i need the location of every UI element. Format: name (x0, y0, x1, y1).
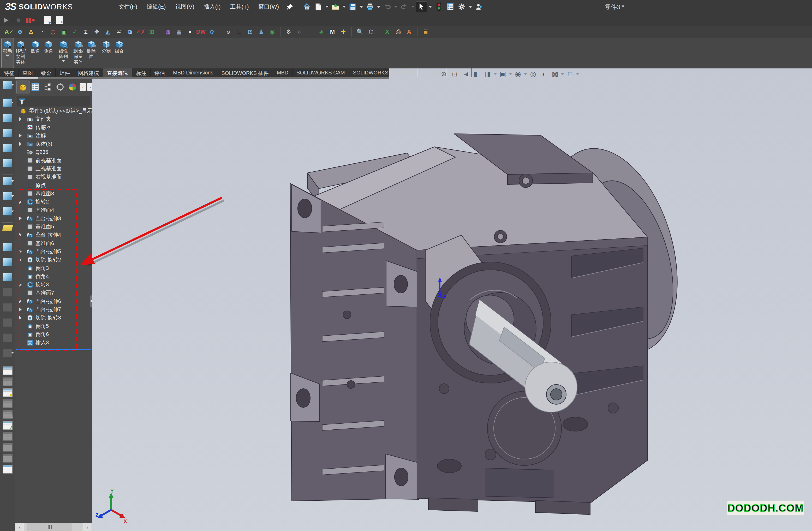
apply-scene-icon[interactable]: ▩ (550, 69, 560, 78)
tree-item-切除-旋转3[interactable]: 切除-旋转3 (15, 314, 92, 322)
tree-item-凸台-拉伸3[interactable]: 凸台-拉伸3 (15, 214, 92, 222)
plus-tool-icon[interactable]: ✚ (338, 27, 349, 37)
tree-item-倒角4[interactable]: 倒角4 (15, 273, 92, 280)
tree-item-旋转2[interactable]: 旋转2 (15, 198, 92, 206)
expand-arrow-icon[interactable] (19, 134, 21, 137)
tree-item-基准面3[interactable]: 基准面3 (15, 190, 92, 197)
feature-tool-icon-14[interactable] (1, 243, 14, 251)
equations-icon[interactable]: Σ (81, 27, 91, 37)
tab-网格建模[interactable]: 网格建模 (74, 68, 103, 77)
spell-check-icon[interactable]: A✓ (4, 27, 15, 37)
view-orientation-icon-dropdown[interactable] (509, 73, 512, 75)
move-face-button[interactable]: 移动面 (1, 38, 14, 68)
property-manager-tab[interactable] (29, 80, 42, 94)
print-button-dropdown[interactable] (377, 6, 380, 8)
scroll-left-button[interactable]: ‹ (15, 523, 24, 531)
menu-1[interactable]: 文件(F) (114, 1, 142, 12)
linear-pattern-button-dropdown[interactable] (62, 60, 65, 62)
cup-tool-icon[interactable]: ▽ (305, 27, 316, 37)
configuration-manager-tab[interactable] (42, 80, 54, 94)
run-macro-button[interactable]: ▶ (0, 15, 12, 25)
redo-button[interactable] (399, 2, 410, 12)
design-table-icon-29[interactable] (1, 432, 14, 441)
check-active-doc-icon[interactable]: ✓ (69, 27, 81, 37)
options-button-dropdown[interactable] (469, 6, 472, 8)
render-region-icon[interactable]: ▦ (174, 27, 185, 37)
expand-arrow-icon[interactable] (19, 316, 21, 320)
split-button[interactable]: 分割 (100, 38, 113, 68)
collaborate-icon[interactable]: ♟ (256, 27, 267, 37)
design-table-icon-30[interactable] (1, 443, 14, 451)
pause-record-macro-button[interactable]: ▮▮● (24, 15, 36, 25)
dynamic-annotation-icon[interactable]: ◨ (483, 69, 493, 78)
view-settings-icon-dropdown[interactable] (576, 73, 579, 75)
export-excel-icon[interactable]: X (382, 27, 393, 37)
bracket-icon[interactable]: ∟ (234, 27, 245, 37)
delete-keep-body-button[interactable]: ✕删除/保留实体 (72, 38, 85, 68)
design-table-icon-25[interactable]: ▣ (1, 388, 14, 397)
tree-item-凸台-拉伸4[interactable]: 凸台-拉伸4 (15, 231, 92, 239)
linear-pattern-button[interactable]: 线性阵列 (57, 38, 70, 68)
save-button-dropdown[interactable] (360, 6, 363, 8)
open-button-dropdown[interactable] (342, 6, 346, 8)
dynamic-annotation-icon-dropdown[interactable] (494, 73, 497, 75)
tree-item-基准面7[interactable]: 基准面7 (15, 289, 92, 297)
symmetry-check-icon[interactable]: ◭ (102, 27, 113, 37)
tab-直接编辑[interactable]: 直接编辑 (103, 68, 132, 77)
design-table-icon-28[interactable]: ✗ (1, 421, 14, 430)
feature-tool-icon-3[interactable] (1, 114, 14, 122)
tree-item-倒角6[interactable]: 倒角6 (15, 331, 92, 338)
stop-macro-button[interactable]: ■ (12, 15, 24, 25)
tree-item-传感器[interactable]: 传感器 (15, 123, 92, 131)
combine-button[interactable]: 组合 (113, 38, 126, 68)
binoculars-icon[interactable]: ⌬ (365, 27, 376, 37)
design-table-icon-27[interactable]: 1 (1, 410, 14, 419)
save-button[interactable] (347, 2, 358, 12)
design-table-icon-26[interactable] (1, 400, 14, 408)
tree-item-基准面5[interactable]: 基准面5 (15, 223, 92, 230)
feature-tool-icon-2[interactable] (1, 98, 14, 107)
display-style-icon-dropdown[interactable] (524, 73, 527, 75)
display-manager-tab[interactable] (67, 80, 79, 94)
check-entity-icon[interactable]: ▣ (58, 27, 69, 37)
viewport-layout-icon[interactable] (1, 465, 14, 474)
notes-icon[interactable]: ≣ (420, 27, 431, 37)
feature-tool-icon-16[interactable] (1, 273, 14, 281)
shield-tool-icon[interactable]: ◈ (316, 27, 327, 37)
tab-KYTool[interactable]: KYTool (447, 68, 472, 77)
expand-arrow-icon[interactable] (19, 216, 21, 220)
scheduler-icon[interactable]: ● (185, 27, 195, 37)
apply-scene-icon-dropdown[interactable] (561, 73, 564, 75)
tab-标注[interactable]: 标注 (132, 68, 150, 77)
expand-arrow-icon[interactable] (19, 308, 21, 311)
print-doc-icon[interactable]: ⎙ (393, 27, 404, 37)
deviation-analysis-icon[interactable]: ✥ (91, 27, 102, 37)
tree-item-上视基准面[interactable]: 上视基准面 (15, 165, 92, 173)
tab-钣金[interactable]: 钣金 (37, 68, 56, 77)
expand-arrow-icon[interactable] (19, 283, 21, 287)
feature-tool-icon-20[interactable] (1, 334, 14, 342)
thickness-analysis-icon[interactable]: ≍ (113, 27, 124, 37)
scroll-right-button[interactable]: › (83, 523, 92, 531)
tree-filter[interactable] (16, 96, 91, 107)
globe-icon[interactable]: ◉ (267, 27, 278, 37)
fillet-button[interactable]: 圆角 (29, 38, 42, 68)
edit-macro-button[interactable]: ✎ (54, 15, 66, 25)
panel-splitter-handle[interactable] (90, 295, 92, 307)
expand-arrow-icon[interactable] (19, 142, 21, 146)
panel-collapse-button[interactable]: ‹ (79, 83, 86, 91)
feature-manager-tab[interactable] (17, 80, 29, 94)
tab-MBD[interactable]: MBD (273, 68, 292, 77)
tree-item-前视基准面[interactable]: 前视基准面 (15, 156, 92, 164)
print-button[interactable] (364, 2, 376, 12)
undo-button[interactable] (382, 2, 393, 12)
new-document-button-dropdown[interactable] (325, 6, 329, 8)
tree-item-基准面6[interactable]: 基准面6 (15, 239, 92, 247)
feature-tool-icon-8[interactable] (1, 177, 14, 185)
measure-ruler-icon[interactable] (1, 225, 14, 231)
tree-item-基准面4[interactable]: 基准面4 (15, 206, 92, 214)
options-button[interactable] (456, 2, 467, 12)
monitor-icon[interactable]: ⊡ (245, 27, 256, 37)
feature-tool-icon-21[interactable] (1, 349, 14, 357)
menu-3[interactable]: 视图(V) (171, 1, 198, 12)
